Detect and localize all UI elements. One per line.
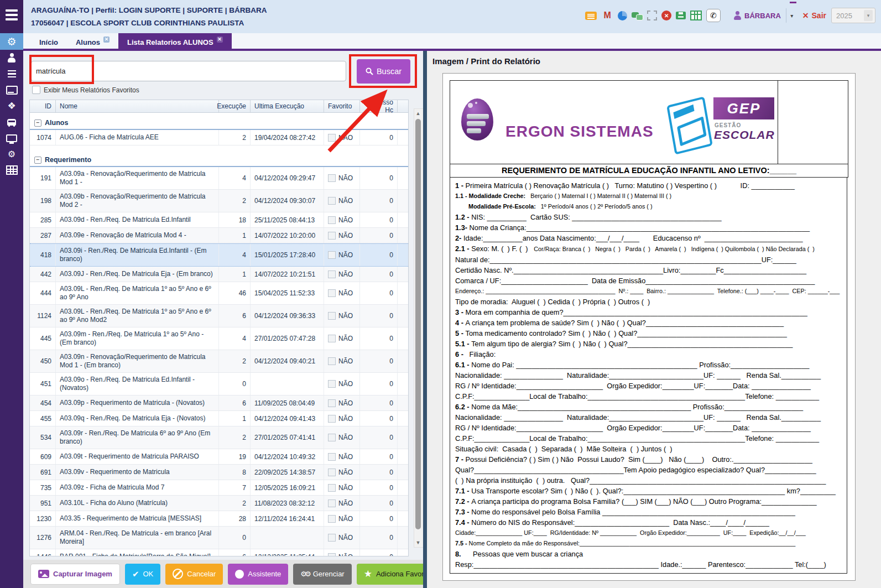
person-icon [7,53,16,63]
cancel-button[interactable]: Cancelar [165,564,223,585]
column-header-exec[interactable]: Execuçõe [219,100,251,112]
favorite-checkbox[interactable] [328,357,336,365]
sidebar-item-numbered-list-icon[interactable] [0,66,23,82]
tab-close-icon[interactable]: ✕ [103,37,110,43]
favorite-checkbox[interactable] [328,534,336,542]
table-row[interactable]: 534A03.09r - Ren./Req. De Matricula 6º a… [30,426,408,449]
billing-icon[interactable] [585,12,597,20]
table-row[interactable]: 418A03.09i - Ren./Req. De Matricula Ed.I… [30,243,408,267]
favorite-checkbox[interactable] [328,499,336,507]
chat-icon[interactable] [632,11,643,20]
tab-início[interactable]: Início [30,33,67,51]
table-row[interactable]: 450A03.09n - Renovação/Requerimento de M… [30,350,408,373]
favorite-checkbox[interactable] [328,399,336,407]
tab-alunos[interactable]: Alunos✕ [67,33,118,51]
favorite-checkbox[interactable] [328,251,336,259]
search-button[interactable]: Buscar [357,59,410,84]
table-row[interactable]: 445A03.09m - Ren./Req. De Matricula 1º a… [30,327,408,350]
favorite-checkbox[interactable] [328,134,336,142]
menu-button[interactable] [0,0,23,33]
table-row[interactable]: 442A03.09J - Ren./Req. De Matricula Eja … [30,267,408,282]
favorite-checkbox[interactable] [328,434,336,441]
logout-button[interactable]: ✕ Sair [802,11,826,20]
table-row[interactable]: 198A03.09b - Renovação/Requerimento de M… [30,190,408,212]
sidebar-item-dropbox-icon[interactable] [0,98,23,114]
group-row-alunos[interactable]: −Alunos [30,116,408,130]
favorite-checkbox[interactable] [328,380,336,388]
collapse-icon[interactable]: − [34,119,41,127]
sidebar-item-card-icon[interactable] [0,82,23,98]
close-circle-icon[interactable] [661,11,671,20]
sidebar-item-grid-icon[interactable] [0,162,23,178]
user-dropdown-caret[interactable]: ▾ [786,8,797,23]
favorite-checkbox[interactable] [328,312,336,320]
search-input[interactable] [31,61,346,81]
favorite-checkbox[interactable] [328,289,336,297]
table-row[interactable]: 1446BAR.001 - Ficha de Matricula[Barra d… [30,549,408,556]
map-icon[interactable] [601,10,613,21]
print-icon[interactable] [676,12,686,19]
scroll-down-icon[interactable]: ▼ [414,539,422,547]
bus-icon [7,119,16,126]
table-row[interactable]: 691A03.09v - Requerimento de Matricula82… [30,465,408,480]
favorite-checkbox[interactable] [328,453,336,461]
favorite-checkbox[interactable] [328,270,336,278]
table-row[interactable]: 1074AUG.06 - Ficha de Matrícula AEE219/0… [30,130,408,145]
group-row-requerimento[interactable]: −Requerimento [30,153,408,167]
column-header-fav[interactable]: Favorito [324,100,360,112]
favorite-checkbox[interactable] [328,335,336,342]
sidebar-item-settings-gears-icon[interactable] [0,33,23,50]
tabbar: InícioAlunos✕Lista Relatorios ALUNOS✕ [23,33,881,51]
table-icon[interactable] [690,11,702,20]
collapse-icon[interactable]: − [34,157,41,164]
manage-button[interactable]: Gerenciar [293,564,351,585]
tab-lista-relatorios-alunos[interactable]: Lista Relatorios ALUNOS✕ [118,33,232,51]
favorite-checkbox[interactable] [328,232,336,240]
capture-image-button[interactable]: Capturar Imagem [30,564,120,585]
pie-icon[interactable] [618,11,627,20]
tab-close-icon[interactable]: ✕ [217,37,223,43]
assistant-button[interactable]: Assistente [228,564,288,585]
table-row[interactable]: 455A03.09q - Ren./Req. De Matricula Eja … [30,411,408,426]
panel-splitter[interactable] [423,51,427,588]
table-row[interactable]: 1230A03.35 - Requerimento de Matricula [… [30,511,408,527]
table-row[interactable]: 287A03.09e - Renovação de Matricula Mod … [30,228,408,243]
sidebar-item-gear-icon[interactable] [0,146,23,162]
tab-label: Alunos [76,38,100,46]
fullscreen-icon[interactable] [647,11,657,20]
favorite-checkbox[interactable] [328,415,336,423]
button-label: Gerenciar [313,570,345,578]
column-header-nome[interactable]: Nome [56,100,219,112]
favorites-checkbox[interactable] [32,86,40,94]
user-menu[interactable]: BÁRBARA [733,11,781,20]
favorite-checkbox[interactable] [328,553,336,557]
table-row[interactable]: 1124A03.09L - Ren./Req. De Matricula 1º … [30,305,408,327]
table-scrollbar[interactable]: ▲ ▼ [414,108,424,548]
table-row[interactable]: 609A03.09t - Requerimento de Matricula P… [30,449,408,465]
favorite-checkbox[interactable] [328,216,336,224]
favorite-checkbox[interactable] [328,174,336,182]
scrollbar-thumb[interactable] [415,119,421,529]
table-row[interactable]: 735A03.09z - Ficha de Matricula Mod 7712… [30,480,408,496]
table-row[interactable]: 454A03.09p - Requerimento de Matricula -… [30,396,408,411]
table-row[interactable]: 444A03.09L - Ren./Req. De Matricula 1º a… [30,282,408,305]
column-header-id[interactable]: ID [30,100,56,112]
favorite-checkbox[interactable] [328,197,336,205]
whatsapp-icon[interactable] [706,9,721,22]
sidebar-item-bus-icon[interactable] [0,114,23,130]
table-row[interactable]: 191A03.09a - Renovação/Requerimento de M… [30,167,408,190]
table-row[interactable]: 1276ARM.04 - Ren./Req. De Matricula - em… [30,527,408,549]
ok-button[interactable]: OK [125,564,160,585]
sidebar-item-monitor-icon[interactable] [0,130,23,146]
year-select[interactable]: 2025 ▾ [831,8,875,23]
table-row[interactable]: 951A03.10L - Ficha do Aluno (Matrícula)2… [30,496,408,511]
favorite-checkbox[interactable] [328,469,336,476]
favorite-checkbox[interactable] [328,515,336,523]
sidebar-item-person-icon[interactable] [0,50,23,66]
column-header-imp[interactable]: Impresso Hc [360,100,398,112]
favorite-checkbox[interactable] [328,484,336,492]
scroll-up-icon[interactable]: ▲ [414,110,422,117]
table-row[interactable]: 451A03.09o - Ren./Req. De Matricula Ed.I… [30,373,408,396]
table-row[interactable]: 285A03.09d - Ren./Req. De Matricula Ed.I… [30,212,408,228]
column-header-ult[interactable]: Ultima Execução [251,100,324,112]
